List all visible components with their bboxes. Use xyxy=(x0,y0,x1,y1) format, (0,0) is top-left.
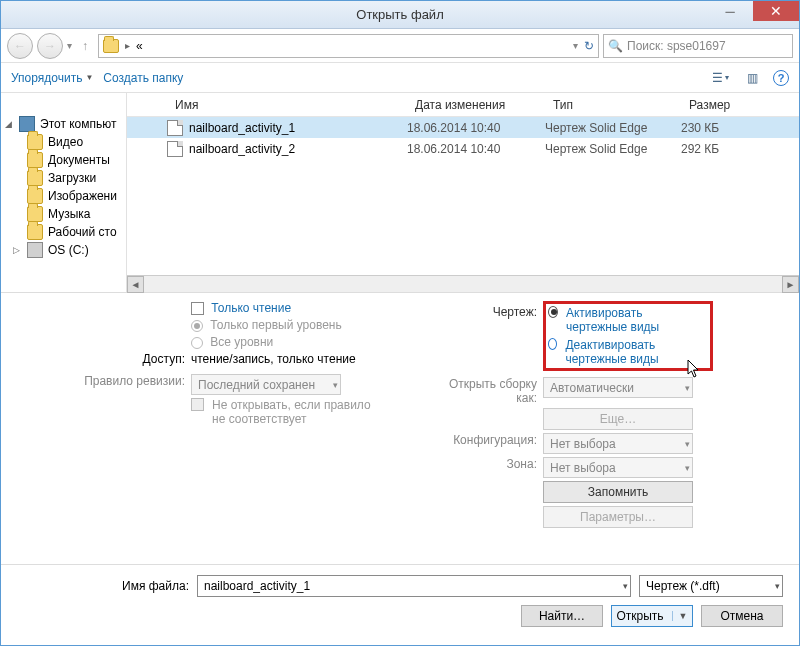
path-crumb[interactable]: « xyxy=(136,39,143,53)
file-list[interactable]: Имя Дата изменения Тип Размер nailboard_… xyxy=(127,93,799,292)
file-date: 18.06.2014 10:40 xyxy=(407,121,545,135)
tree-item[interactable]: Видео xyxy=(48,135,83,149)
folder-icon xyxy=(27,170,43,186)
horizontal-scrollbar[interactable]: ◄ ► xyxy=(127,275,799,292)
tree-item[interactable]: Изображени xyxy=(48,189,117,203)
forward-button[interactable]: → xyxy=(37,33,63,59)
activate-views-radio[interactable] xyxy=(548,306,558,318)
drawing-label: Чертеж: xyxy=(431,301,543,371)
folder-icon xyxy=(27,188,43,204)
deactivate-views-label[interactable]: Деактивировать чертежные виды xyxy=(565,338,704,366)
open-split-icon[interactable]: ▼ xyxy=(672,611,688,621)
column-headers[interactable]: Имя Дата изменения Тип Размер xyxy=(127,93,799,117)
chevron-down-icon: ▾ xyxy=(685,463,690,473)
filetype-combo[interactable]: Чертеж (*.dft) ▾ xyxy=(639,575,783,597)
new-folder-button[interactable]: Создать папку xyxy=(103,71,183,85)
search-input[interactable]: 🔍 Поиск: spse01697 xyxy=(603,34,793,58)
toolbar: Упорядочить ▼ Создать папку ☰▾ ▥ ? xyxy=(1,63,799,93)
filename-input[interactable]: nailboard_activity_1 ▾ xyxy=(197,575,631,597)
tree-item[interactable]: Музыка xyxy=(48,207,90,221)
filename-label: Имя файла: xyxy=(17,579,189,593)
up-button[interactable]: ↑ xyxy=(76,39,94,53)
back-button[interactable]: ← xyxy=(7,33,33,59)
dft-icon xyxy=(167,141,183,157)
all-levels-radio xyxy=(191,337,203,349)
zone-label: Зона: xyxy=(431,457,543,471)
col-size[interactable]: Размер xyxy=(681,98,781,112)
caret-icon[interactable]: ◢ xyxy=(5,119,14,129)
file-row[interactable]: nailboard_activity_1 18.06.2014 10:40 Че… xyxy=(127,117,799,138)
path-dropdown-icon[interactable]: ▾ xyxy=(573,40,578,51)
col-type[interactable]: Тип xyxy=(545,98,681,112)
minimize-button[interactable]: ─ xyxy=(707,1,753,21)
config-value: Нет выбора xyxy=(550,437,616,451)
drawing-highlight: Активировать чертежные виды Деактивирова… xyxy=(543,301,713,371)
chevron-down-icon: ▼ xyxy=(85,73,93,82)
open-asm-combo: Автоматически ▾ xyxy=(543,377,693,398)
tree-item[interactable]: Документы xyxy=(48,153,110,167)
folder-tree[interactable]: ◢ Этот компьют Видео Документы Загрузки … xyxy=(1,93,127,292)
titlebar: Открыть файл ─ ✕ xyxy=(1,1,799,29)
folder-icon xyxy=(27,224,43,240)
organize-menu[interactable]: Упорядочить ▼ xyxy=(11,71,93,85)
view-mode-button[interactable]: ☰▾ xyxy=(709,67,731,89)
open-asm-label: Открыть сборку как: xyxy=(431,377,543,405)
find-button[interactable]: Найти… xyxy=(521,605,603,627)
file-name: nailboard_activity_2 xyxy=(189,142,295,156)
col-date[interactable]: Дата изменения xyxy=(407,98,545,112)
preview-pane-button[interactable]: ▥ xyxy=(741,67,763,89)
open-button[interactable]: Открыть ▼ xyxy=(611,605,693,627)
first-level-label: Только первый уровень xyxy=(210,318,341,332)
params-button: Параметры… xyxy=(543,506,693,528)
caret-icon[interactable]: ▷ xyxy=(13,245,22,255)
open-asm-value: Автоматически xyxy=(550,381,634,395)
refresh-button[interactable]: ↻ xyxy=(584,39,594,53)
readonly-label[interactable]: Только чтение xyxy=(211,301,291,315)
scroll-left-icon[interactable]: ◄ xyxy=(127,276,144,293)
chevron-down-icon[interactable]: ▾ xyxy=(775,581,780,591)
zone-value: Нет выбора xyxy=(550,461,616,475)
file-date: 18.06.2014 10:40 xyxy=(407,142,545,156)
window-title: Открыть файл xyxy=(356,7,443,22)
cancel-button[interactable]: Отмена xyxy=(701,605,783,627)
file-row[interactable]: nailboard_activity_2 18.06.2014 10:40 Че… xyxy=(127,138,799,159)
path-box[interactable]: ▸ « ▾ ↻ xyxy=(98,34,599,58)
folder-icon xyxy=(27,206,43,222)
history-dropdown[interactable]: ▾ xyxy=(67,40,72,51)
dialog-footer: Имя файла: nailboard_activity_1 ▾ Чертеж… xyxy=(1,564,799,645)
filename-value: nailboard_activity_1 xyxy=(204,579,310,593)
tree-root[interactable]: Этот компьют xyxy=(40,117,117,131)
deactivate-views-radio[interactable] xyxy=(548,338,557,350)
revision-label: Правило ревизии: xyxy=(11,374,191,388)
chevron-down-icon[interactable]: ▾ xyxy=(623,581,628,591)
tree-item[interactable]: Загрузки xyxy=(48,171,96,185)
file-size: 230 КБ xyxy=(681,121,781,135)
access-label: Доступ: xyxy=(11,352,191,366)
file-size: 292 КБ xyxy=(681,142,781,156)
search-placeholder: Поиск: spse01697 xyxy=(627,39,726,53)
first-level-radio xyxy=(191,320,203,332)
revision-value: Последний сохранен xyxy=(198,378,315,392)
dft-icon xyxy=(167,120,183,136)
scroll-right-icon[interactable]: ► xyxy=(782,276,799,293)
access-value: чтение/запись, только чтение xyxy=(191,352,421,366)
chevron-down-icon: ▾ xyxy=(685,439,690,449)
remember-button[interactable]: Запомнить xyxy=(543,481,693,503)
tree-item[interactable]: Рабочий сто xyxy=(48,225,117,239)
options-panel: Только чтение Только первый уровень Все … xyxy=(1,293,799,564)
readonly-checkbox[interactable] xyxy=(191,302,204,315)
more-button: Еще… xyxy=(543,408,693,430)
chevron-down-icon: ▾ xyxy=(333,380,338,390)
filetype-value: Чертеж (*.dft) xyxy=(646,579,720,593)
activate-views-label[interactable]: Активировать чертежные виды xyxy=(566,306,704,334)
dont-open-checkbox xyxy=(191,398,204,411)
close-button[interactable]: ✕ xyxy=(753,1,799,21)
navigation-bar: ← → ▾ ↑ ▸ « ▾ ↻ 🔍 Поиск: spse01697 xyxy=(1,29,799,63)
search-icon: 🔍 xyxy=(608,39,623,53)
tree-item[interactable]: OS (C:) xyxy=(48,243,89,257)
file-name: nailboard_activity_1 xyxy=(189,121,295,135)
col-name[interactable]: Имя xyxy=(127,98,407,112)
file-type: Чертеж Solid Edge xyxy=(545,121,681,135)
help-button[interactable]: ? xyxy=(773,70,789,86)
file-type: Чертеж Solid Edge xyxy=(545,142,681,156)
